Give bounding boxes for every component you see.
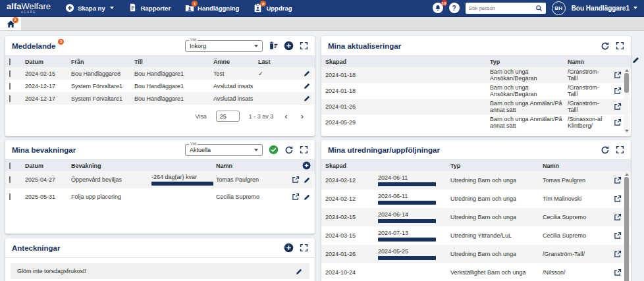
scrollbar-thumb[interactable]	[624, 73, 629, 93]
table-row[interactable]: 2024-10-24 Verkställighet Barn och unga …	[321, 263, 631, 281]
open-in-new-icon[interactable]	[614, 232, 622, 240]
table-row[interactable]: 2024-02-12 2024-06-11 Utredning Barn och…	[321, 190, 631, 208]
expand-icon[interactable]	[300, 243, 308, 252]
utredningar-table: Skapad Typ Namn 2024-02-12 2024-06-11 Ut…	[321, 160, 631, 281]
scrollbar[interactable]	[624, 172, 630, 281]
meddelande-filter-value: Inkorg	[190, 43, 206, 49]
open-in-new-icon[interactable]	[614, 250, 622, 258]
complete-check-icon[interactable]	[269, 145, 279, 155]
scroll-up-icon[interactable]	[625, 69, 629, 72]
user-avatar[interactable]: BH	[552, 1, 566, 15]
select-all-checkbox[interactable]	[9, 163, 11, 169]
table-row[interactable]: 2024-01-26 2024-05-25 Utredning Barn och…	[321, 245, 631, 263]
edit-pencil-icon[interactable]	[304, 193, 311, 201]
row-checkbox[interactable]	[9, 70, 11, 77]
expand-icon[interactable]	[300, 41, 308, 50]
table-row[interactable]: 2024-12-17 System Förvaltare1 Bou Handlä…	[5, 80, 315, 92]
reports-menu[interactable]: Rapporter	[128, 3, 171, 13]
expand-icon[interactable]	[616, 145, 624, 154]
open-in-new-icon[interactable]	[614, 71, 622, 79]
edit-dashboard-pencil-icon[interactable]	[632, 56, 640, 64]
edit-pencil-icon[interactable]	[304, 70, 311, 77]
help-button[interactable]: ?	[449, 3, 460, 13]
create-new-label: Skapa ny	[78, 5, 105, 12]
due-date-cell: 2024-06-11	[378, 193, 450, 205]
case-handling-menu[interactable]: 1 Handläggning	[185, 3, 239, 13]
row-checkbox[interactable]	[9, 95, 11, 102]
notifications-button[interactable]: 19	[433, 3, 443, 13]
meddelande-filter-select[interactable]: Välj Inkorg	[185, 40, 263, 52]
plus-circle-icon	[65, 3, 74, 13]
table-row[interactable]: 2024-01-18 Barn och unga Ansökan/Begäran…	[321, 83, 631, 99]
edit-pencil-icon[interactable]	[296, 268, 303, 275]
table-row[interactable]: 2024-02-12 2024-06-11 Utredning Barn och…	[321, 171, 631, 190]
meddelande-table-header: Datum Från Till Ämne Läst	[5, 56, 315, 67]
edit-pencil-icon[interactable]	[304, 95, 311, 102]
user-menu[interactable]: Bou Handläggare1	[572, 5, 637, 12]
assignments-badge: 8	[260, 1, 266, 7]
select-all-checkbox[interactable]	[9, 59, 11, 65]
bevakningar-table-header: Datum Bevakning Namn	[5, 160, 315, 171]
row-checkbox[interactable]	[9, 83, 11, 89]
table-row[interactable]: 2025-05-31 Följa upp placering Cecilia S…	[5, 188, 315, 205]
bevakningar-title: Mina bevakningar	[12, 146, 76, 154]
app-logo[interactable]: alfaWelfare eCARE	[7, 2, 51, 14]
row-checkbox[interactable]	[9, 193, 11, 200]
due-date-cell: 2024-06-11	[378, 174, 450, 186]
chevron-down-icon	[633, 7, 637, 9]
scroll-up-icon[interactable]	[625, 173, 629, 176]
refresh-icon[interactable]	[601, 41, 610, 51]
progress-bar	[378, 219, 436, 223]
edit-pencil-icon[interactable]	[304, 176, 311, 184]
expand-icon[interactable]	[300, 145, 308, 154]
aktualiseringar-title: Mina aktualiseringar	[328, 42, 401, 50]
panel-anteckningar: Anteckningar Glöm inte torsdagsfrukost!	[5, 238, 315, 281]
progress-bar	[378, 201, 436, 205]
table-row[interactable]: 2024-01-18 Barn och unga Ansökan/Begäran…	[321, 67, 631, 83]
expand-icon[interactable]	[616, 41, 624, 50]
add-bevakning-icon[interactable]	[302, 161, 311, 170]
scrollbar[interactable]	[624, 68, 630, 134]
open-in-new-icon[interactable]	[614, 118, 622, 126]
search-input[interactable]	[469, 5, 533, 11]
open-in-new-icon[interactable]	[614, 87, 622, 95]
add-message-icon[interactable]	[284, 41, 294, 51]
scroll-down-icon[interactable]	[625, 130, 629, 132]
search-icon[interactable]	[535, 5, 543, 12]
open-in-new-icon[interactable]	[292, 176, 300, 184]
prev-page-button[interactable]: ‹	[282, 112, 289, 120]
open-in-new-icon[interactable]	[614, 195, 622, 203]
table-row[interactable]: 2024-01-26 Barn och unga Anmälan/På anna…	[321, 99, 631, 115]
progress-bar	[378, 238, 436, 242]
table-row[interactable]: 2025-04-27 Öppenvård beviljas -264 dag(a…	[5, 171, 315, 188]
open-in-new-icon[interactable]	[614, 103, 622, 111]
open-in-new-icon[interactable]	[614, 213, 622, 221]
edit-pencil-icon[interactable]	[304, 82, 311, 89]
row-checkbox[interactable]	[9, 176, 11, 183]
page-size-select[interactable]: 25	[216, 111, 240, 122]
dashboard-page: alfaWelfare eCARE Skapa ny Rapporter 1 H…	[0, 0, 644, 281]
assignments-label: Uppdrag	[266, 5, 292, 12]
refresh-icon[interactable]	[284, 145, 294, 155]
tab-home[interactable]: 3	[0, 17, 21, 30]
table-row[interactable]: 2024-02-15 Bou Handläggare8 Bou Handlägg…	[5, 67, 315, 80]
table-row[interactable]: 2024-05-29 Barn och unga Anmälan/På anna…	[321, 115, 631, 130]
table-row[interactable]: 2024-12-17 System Förvaltare1 Bou Handlä…	[5, 92, 315, 105]
open-in-new-icon[interactable]	[292, 193, 300, 201]
aktualiseringar-header: Mina aktualiseringar	[321, 36, 631, 56]
delete-sweep-icon[interactable]	[269, 41, 278, 50]
bell-icon	[435, 5, 441, 11]
assignments-menu[interactable]: 8 Uppdrag	[254, 3, 292, 13]
note-item[interactable]: Glöm inte torsdagsfrukost!	[11, 263, 309, 279]
table-row[interactable]: 2024-02-15 2024-06-14 Utredning Barn och…	[321, 208, 631, 226]
scrollbar-thumb[interactable]	[624, 177, 629, 281]
refresh-icon[interactable]	[601, 145, 610, 155]
open-in-new-icon[interactable]	[614, 268, 622, 276]
table-row[interactable]: 2024-03-15 2024-07-13 Utredning Yttrande…	[321, 226, 631, 245]
progress-bar	[378, 182, 436, 186]
bevakningar-filter-select[interactable]: Välj Aktuella	[185, 144, 263, 156]
create-new-menu[interactable]: Skapa ny	[65, 3, 114, 13]
open-in-new-icon[interactable]	[614, 176, 622, 184]
next-page-button[interactable]: ›	[299, 112, 306, 120]
add-note-icon[interactable]	[284, 243, 294, 253]
